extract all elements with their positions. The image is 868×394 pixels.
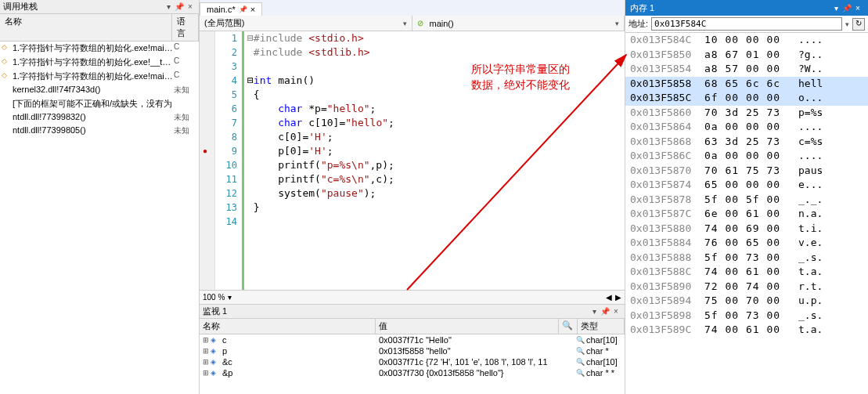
memory-row[interactable]: 0x013F58640a 00 00 00.... [625,120,868,135]
memory-row[interactable]: 0x013F58785f 00 5f 00_._. [625,193,868,208]
watch-row[interactable]: ⊞◈&p0x0037f730 {0x013f5858 "hello"}🔍char… [200,367,625,378]
memory-row[interactable]: 0x013F589475 00 70 00u.p. [625,294,868,309]
col-lang[interactable]: 语言 [172,14,199,41]
code-line[interactable]: #include <stdlib.h> [247,45,625,60]
callstack-row[interactable]: kernel32.dll!74f7343d()未知 [0,84,199,97]
memory-row[interactable]: 0x013F587C6e 00 61 00n.a. [625,207,868,222]
code-line[interactable]: system("pause"); [247,186,625,201]
memory-row[interactable]: 0x013F5850a8 67 01 00?g.. [625,48,868,63]
breakpoint-icon[interactable]: ● [200,144,214,158]
breakpoint-slot[interactable] [200,158,214,172]
memory-row[interactable]: 0x013F585868 65 6c 6chell [625,77,868,92]
memory-row[interactable]: 0x013F586863 3d 25 73c=%s [625,135,868,150]
memory-row[interactable]: 0x013F586C0a 00 00 00.... [625,149,868,164]
scope-right[interactable]: ⊘ main() ▾ [412,16,625,31]
memory-row[interactable]: 0x013F584C10 00 00 00.... [625,33,868,48]
col-value[interactable]: 值 [376,319,559,334]
tab-main-c[interactable]: main.c* 📌 × [200,2,262,16]
pin-icon[interactable]: 📌 [841,4,852,13]
memory-row[interactable]: 0x013F588074 00 69 00t.i. [625,222,868,237]
watch-row[interactable]: ⊞◈&c0x0037f71c {72 'H', 101 'e', 108 'l'… [200,356,625,367]
memory-row[interactable]: 0x013F587070 61 75 73paus [625,164,868,179]
breakpoint-slot[interactable] [200,172,214,186]
code-line[interactable]: char c[10]="hello"; [247,116,625,130]
frame-name: [下面的框架可能不正确和/或缺失，没有为 [13,98,174,110]
breakpoint-slot[interactable] [200,130,214,144]
expand-icon[interactable]: ⊞ [201,347,211,355]
code-area[interactable]: 所以字符串常量区的 数据，绝对不能变化 ⊟#include <stdio.h> … [242,31,625,290]
expand-icon[interactable]: ⊞ [201,336,211,344]
callstack-row[interactable]: ntdll.dll!77399832()未知 [0,111,199,125]
code-line[interactable]: c[0]='H'; [247,130,625,144]
callstack-row[interactable]: ◇1.字符指针与字符数组的初始化.exe!__tmain C [0,56,199,70]
memory-row[interactable]: 0x013F585C6f 00 00 00o... [625,91,868,106]
pin-icon[interactable]: 📌 [600,307,610,316]
memory-row[interactable]: 0x013F588476 00 65 00v.e. [625,236,868,251]
breakpoint-slot[interactable] [200,186,214,201]
col-name[interactable]: 名称 [200,319,376,334]
scope-left[interactable]: (全局范围) ▾ [200,16,412,31]
watch-row[interactable]: ⊞◈p0x013f5858 "hello"🔍char * [200,345,625,356]
code-editor[interactable]: ● 1234567891011121314 所以字符串常量区的 数据，绝对不能变… [200,31,625,290]
expand-icon[interactable]: ⊞ [201,369,211,377]
code-line[interactable]: printf("c=%s\n",c); [247,172,625,186]
pin-icon[interactable]: ▾ [163,2,174,11]
breakpoint-slot[interactable] [200,60,214,74]
callstack-list[interactable]: ◇1.字符指针与字符数组的初始化.exe!main(. C◇1.字符指针与字符数… [0,42,199,394]
memory-row[interactable]: 0x013F58885f 00 73 00_.s. [625,251,868,266]
watch-row[interactable]: ⊞◈c0x0037f71c "Hello"🔍char[10] [200,334,625,345]
refresh-button[interactable]: ↻ [852,18,865,31]
mem-addr: 0x013F5854 [630,62,704,77]
memory-row[interactable]: 0x013F589072 00 74 00r.t. [625,280,868,295]
memory-row[interactable]: 0x013F589C74 00 61 00t.a. [625,323,868,338]
breakpoint-slot[interactable] [200,88,214,102]
watch-list[interactable]: ⊞◈c0x0037f71c "Hello"🔍char[10]⊞◈p0x013f5… [200,334,625,394]
search-icon[interactable]: 🔍 [559,319,578,334]
breakpoint-slot[interactable] [200,31,214,45]
memory-row[interactable]: 0x013F587465 00 00 00e... [625,178,868,193]
callstack-row[interactable]: ◇1.字符指针与字符数组的初始化.exe!mainC C [0,70,199,84]
dock-icon[interactable]: ▾ [830,4,841,13]
callstack-row[interactable]: ntdll.dll!77399805()未知 [0,125,199,138]
mem-ascii: p=%s [798,106,863,121]
col-name[interactable]: 名称 [0,14,172,41]
close-icon[interactable]: × [250,5,255,14]
callstack-row[interactable]: [下面的框架可能不正确和/或缺失，没有为 [0,97,199,111]
breakpoint-slot[interactable] [200,74,214,88]
nav-left-icon[interactable]: ◀ [606,293,612,302]
code-line[interactable]: p[0]='H'; [247,144,625,158]
dock-icon[interactable]: ▾ [589,307,600,316]
callstack-row[interactable]: ◇1.字符指针与字符数组的初始化.exe!main(. C [0,42,199,56]
zoom-level[interactable]: 100 % [203,293,225,302]
memory-row[interactable]: 0x013F586070 3d 25 73p=%s [625,106,868,121]
close-icon[interactable]: × [185,2,196,11]
code-line[interactable]: printf("p=%s\n",p); [247,158,625,172]
memory-row[interactable]: 0x013F5854a8 57 00 00?W.. [625,62,868,77]
breakpoint-slot[interactable] [200,116,214,130]
memory-dump[interactable]: 0x013F584C10 00 00 00....0x013F5850a8 67… [625,33,868,394]
code-line[interactable]: } [247,201,625,215]
col-type[interactable]: 类型 [578,319,625,334]
code-line[interactable]: { [247,88,625,102]
address-input[interactable] [651,17,842,31]
expand-icon[interactable]: ⊞ [201,358,211,366]
memory-row[interactable]: 0x013F588C74 00 61 00t.a. [625,265,868,280]
breakpoint-gutter[interactable]: ● [200,31,215,290]
breakpoint-slot[interactable] [200,102,214,116]
code-line[interactable] [247,60,625,74]
code-line[interactable] [247,215,625,229]
memory-row[interactable]: 0x013F58985f 00 73 00_.s. [625,309,868,324]
chevron-down-icon[interactable]: ▾ [228,293,232,302]
breakpoint-slot[interactable] [200,215,214,229]
breakpoint-slot[interactable] [200,201,214,215]
close-icon[interactable]: × [852,4,863,13]
code-line[interactable]: ⊟int main() [247,74,625,88]
code-line[interactable]: char *p="hello"; [247,102,625,116]
breakpoint-slot[interactable] [200,45,214,60]
pin-icon[interactable]: 📌 [239,5,247,13]
pin-icon[interactable]: 📌 [174,2,185,11]
close-icon[interactable]: × [610,307,621,316]
chevron-down-icon[interactable]: ▾ [845,20,849,28]
code-line[interactable]: ⊟#include <stdio.h> [247,31,625,45]
nav-right-icon[interactable]: ▶ [615,293,621,302]
